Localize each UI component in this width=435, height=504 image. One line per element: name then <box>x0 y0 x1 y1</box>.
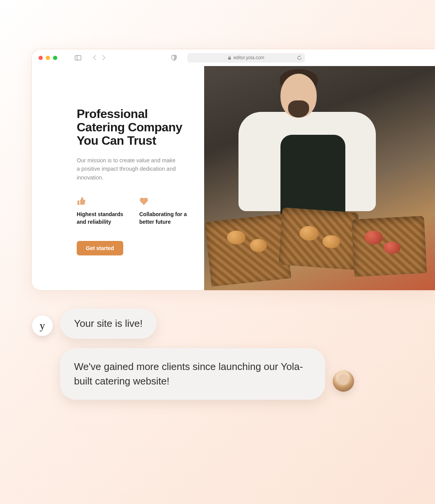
forward-button[interactable] <box>102 55 106 60</box>
privacy-shield-icon[interactable] <box>171 55 177 61</box>
hero-section: Professional Catering Company You Can Tr… <box>32 66 204 290</box>
chat-message-text: We've gained more clients since launchin… <box>74 361 303 387</box>
address-bar-url: editor.yola.com <box>234 55 264 60</box>
maximize-window-button[interactable] <box>53 56 57 60</box>
chat-bubble-user: We've gained more clients since launchin… <box>60 348 325 400</box>
svg-rect-2 <box>228 57 231 60</box>
svg-rect-0 <box>75 55 81 60</box>
back-button[interactable] <box>93 55 97 60</box>
chat-message-text: Your site is live! <box>74 318 143 329</box>
feature-row: Highest standards and reliability Collab… <box>77 197 189 226</box>
chat-bubble-brand: Your site is live! <box>60 309 156 339</box>
page-content: Professional Catering Company You Can Tr… <box>32 66 435 290</box>
heart-icon <box>139 197 189 205</box>
nav-arrows <box>93 55 106 60</box>
brand-avatar: y <box>32 315 53 336</box>
feature-text: Collaborating for a better future <box>139 211 189 226</box>
traffic-lights <box>39 56 57 60</box>
minimize-window-button[interactable] <box>46 56 50 60</box>
reload-button[interactable] <box>297 55 302 60</box>
feature-text: Highest standards and reliability <box>77 211 126 226</box>
thumbs-up-icon <box>77 197 126 205</box>
hero-title: Professional Catering Company You Can Tr… <box>77 107 189 148</box>
lock-icon <box>228 56 231 60</box>
browser-title-bar: editor.yola.com <box>32 49 435 66</box>
close-window-button[interactable] <box>39 56 43 60</box>
user-avatar <box>333 370 354 392</box>
feature-item: Collaborating for a better future <box>139 197 189 226</box>
feature-item: Highest standards and reliability <box>77 197 126 226</box>
get-started-button[interactable]: Get started <box>77 241 123 255</box>
hero-image <box>204 66 435 290</box>
sidebar-toggle-icon[interactable] <box>75 55 81 60</box>
browser-window: editor.yola.com Professional Catering Co… <box>31 49 435 291</box>
address-bar[interactable]: editor.yola.com <box>187 53 305 63</box>
hero-subtitle: Our mission is to create value and make … <box>77 156 176 182</box>
